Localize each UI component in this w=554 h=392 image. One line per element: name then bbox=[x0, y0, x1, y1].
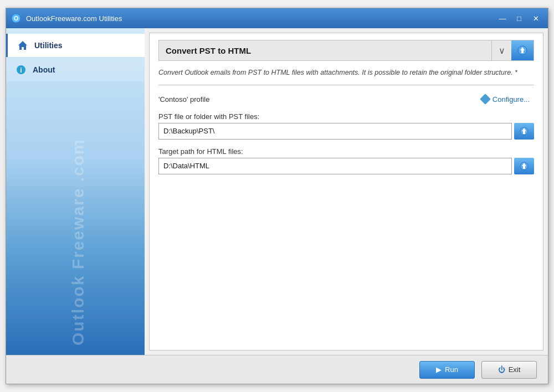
diamond-icon bbox=[480, 94, 491, 105]
pst-field-row bbox=[158, 123, 534, 140]
close-button[interactable]: ✕ bbox=[528, 12, 543, 24]
tool-dropdown-label: Convert PST to HTML bbox=[159, 42, 491, 60]
window-controls: — □ ✕ bbox=[495, 12, 543, 24]
sidebar-item-utilities-label: Utilities bbox=[34, 41, 63, 50]
html-browse-button[interactable] bbox=[514, 158, 534, 174]
svg-text:O: O bbox=[14, 15, 19, 22]
info-icon: i bbox=[15, 64, 27, 76]
configure-label: Configure... bbox=[493, 95, 530, 104]
html-field-group: Target path for HTML files: bbox=[158, 147, 534, 174]
configure-button[interactable]: Configure... bbox=[477, 93, 534, 106]
home-icon bbox=[17, 39, 29, 51]
exit-label: Exit bbox=[509, 365, 521, 374]
run-button[interactable]: ▶ Run bbox=[419, 361, 475, 379]
svg-marker-2 bbox=[18, 41, 27, 50]
sidebar-nav: Utilities i About bbox=[6, 28, 145, 87]
sidebar-item-about[interactable]: i About bbox=[6, 58, 145, 81]
dropdown-arrow-icon[interactable]: ∨ bbox=[491, 40, 511, 60]
pst-field-group: PST file or folder with PST files: bbox=[158, 112, 534, 140]
pst-field-label: PST file or folder with PST files: bbox=[158, 112, 534, 121]
pst-browse-button[interactable] bbox=[514, 123, 534, 140]
main-content: Utilities i About Outlook Freeware .com bbox=[6, 28, 548, 355]
exit-button[interactable]: ⏻ Exit bbox=[481, 361, 537, 379]
exit-power-icon: ⏻ bbox=[498, 365, 505, 374]
content-panel: Convert PST to HTML ∨ Convert Outlook em… bbox=[149, 33, 543, 350]
svg-text:i: i bbox=[20, 66, 22, 74]
sidebar-item-utilities[interactable]: Utilities bbox=[6, 34, 145, 57]
sidebar: Utilities i About Outlook Freeware .com bbox=[6, 28, 145, 355]
app-icon: O bbox=[11, 13, 22, 24]
profile-text: 'Contoso' profile bbox=[158, 95, 477, 104]
minimize-button[interactable]: — bbox=[495, 12, 510, 24]
tool-description: Convert Outlook emails from PST to HTML … bbox=[158, 68, 534, 85]
tool-upload-button[interactable] bbox=[511, 40, 534, 60]
sidebar-item-about-label: About bbox=[33, 65, 55, 74]
profile-row: 'Contoso' profile Configure... bbox=[158, 93, 534, 106]
main-window: O OutlookFreeware.com Utilities — □ ✕ bbox=[6, 8, 548, 384]
run-label: Run bbox=[445, 365, 458, 374]
tool-dropdown[interactable]: Convert PST to HTML ∨ bbox=[158, 40, 534, 61]
html-field-label: Target path for HTML files: bbox=[158, 147, 534, 156]
html-field-row bbox=[158, 158, 534, 174]
window-title: OutlookFreeware.com Utilities bbox=[26, 14, 495, 23]
run-play-icon: ▶ bbox=[436, 365, 442, 374]
sidebar-watermark: Outlook Freeware .com bbox=[69, 179, 88, 345]
content-body: Convert PST to HTML ∨ Convert Outlook em… bbox=[150, 33, 543, 350]
pst-path-input[interactable] bbox=[158, 123, 512, 140]
maximize-button[interactable]: □ bbox=[511, 12, 527, 24]
bottom-bar: ▶ Run ⏻ Exit bbox=[6, 355, 548, 384]
title-bar: O OutlookFreeware.com Utilities — □ ✕ bbox=[6, 8, 548, 28]
html-path-input[interactable] bbox=[158, 158, 512, 174]
